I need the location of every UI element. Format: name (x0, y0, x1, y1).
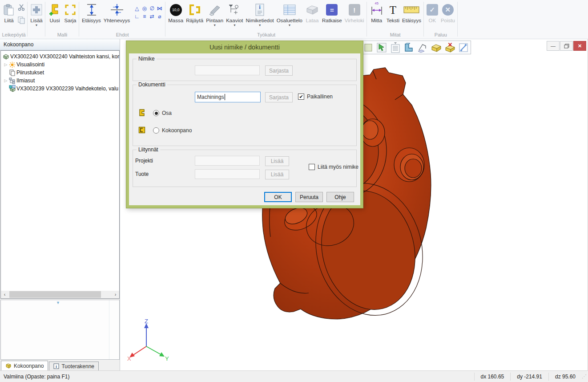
error-log-icon: ! (349, 2, 360, 18)
group-label: Leikepöytä (1, 32, 26, 39)
dokumentti-sarjasta-button: Sarjasta (265, 92, 293, 102)
group-label: Malli (47, 32, 78, 39)
tree-item-ilmiasut[interactable]: ▷ Ilmiasut (1, 77, 119, 85)
chevron-down-icon: ▼ (258, 24, 262, 27)
measure-distance-button[interactable]: Etäisyys (401, 0, 423, 24)
tuote-input[interactable] (195, 169, 260, 179)
restore-button[interactable] (560, 41, 573, 51)
svg-text:i: i (259, 4, 261, 10)
tangent-constraint-icon[interactable]: ∅ (148, 4, 156, 12)
button-label: Yhtenevyys (104, 18, 130, 24)
button-label: Lisää (30, 18, 43, 24)
surface-icon[interactable] (417, 42, 428, 53)
box-tool-icon[interactable] (431, 42, 442, 53)
part-model-icon[interactable] (403, 42, 415, 53)
expand-view-icon[interactable] (458, 42, 470, 53)
parallel-constraint-icon[interactable]: ⇄ (148, 12, 156, 20)
group-label: Työkalut (167, 32, 365, 39)
liita-myos-checkbox[interactable] (309, 164, 315, 170)
peruuta-button[interactable]: Peruuta (295, 192, 323, 202)
concentric-constraint-icon[interactable]: ◎ (141, 4, 148, 12)
projekti-input[interactable] (195, 156, 260, 166)
projekti-label: Projekti (135, 158, 153, 164)
schematics-button[interactable]: Kaaviot ▼ (225, 0, 244, 27)
drawings-icon (9, 69, 16, 76)
series-button[interactable]: Sarja (63, 0, 78, 24)
notes-list-icon[interactable] (390, 42, 401, 53)
group-label (29, 32, 44, 39)
select-in-box-icon[interactable] (376, 42, 388, 53)
smooth-constraint-icon[interactable]: ⌀ (156, 12, 163, 20)
scrollbar-thumb[interactable] (9, 291, 101, 298)
dy-readout: dy -214.91 (510, 373, 548, 381)
cut-button[interactable] (17, 4, 25, 12)
chevron-down-icon: ▼ (213, 24, 216, 27)
text-button[interactable]: T Teksti (385, 0, 401, 24)
ribbon: Liitä Leikepöytä Lisää ▼ (0, 0, 588, 39)
explode-button[interactable]: Räjäytä (185, 0, 205, 24)
to-surface-button[interactable]: Pintaan ▼ (205, 0, 225, 27)
copy-button[interactable] (17, 16, 25, 25)
symmetry-constraint-icon[interactable]: ⋈ (156, 4, 163, 12)
new-button[interactable]: Uusi (47, 0, 63, 24)
splitter-collapse-icon[interactable]: ▼ (56, 301, 60, 305)
close-button[interactable]: ✕ (573, 41, 586, 51)
info-tab-icon: i (53, 363, 59, 369)
distance-constraint-button[interactable]: Etäisyys (81, 0, 102, 24)
instances-icon (9, 77, 16, 84)
explode-icon (188, 2, 201, 18)
perpendicular-constraint-icon[interactable]: ∟ (133, 12, 141, 20)
add-icon (30, 2, 43, 18)
assembly-tab-icon (5, 363, 12, 369)
resize-grip[interactable]: ⋰ (582, 374, 588, 379)
minimize-button[interactable]: — (547, 41, 560, 51)
tab-kokoonpano[interactable]: Kokoonpano (1, 361, 48, 370)
chevron-down-icon: ▼ (35, 24, 38, 27)
dialog-title[interactable]: Uusi nimike / dokumentti (126, 41, 363, 53)
visualization-icon (9, 61, 16, 68)
viewport-toolbar: ✕ (361, 41, 471, 54)
tree-horizontal-scrollbar[interactable]: ‹ › (1, 291, 119, 298)
kokoonpano-radio[interactable] (153, 127, 159, 134)
tuote-lisaa-button: Lisää (265, 170, 289, 179)
button-label: Pintaan (206, 18, 223, 24)
hidden-tool-icon[interactable] (362, 42, 374, 53)
tree-item-root[interactable]: VX3002240 VX3002240 Vaihteiston kansi, k… (1, 53, 119, 61)
liita-myos-row: Liitä myös nimike (309, 164, 358, 170)
parts-list-button[interactable]: Osaluettelo ▼ (275, 0, 304, 27)
schematics-icon (228, 2, 241, 18)
coincidence-button[interactable]: Yhtenevyys (102, 0, 131, 24)
expander-icon[interactable]: ▷ (3, 78, 9, 83)
paikallinen-checkbox[interactable]: ✔ (298, 93, 304, 100)
secondary-panel: ▼ (0, 300, 120, 360)
button-label: Ratkaise (322, 18, 342, 24)
angle-constraint-icon[interactable]: △ (133, 4, 141, 12)
osa-radio[interactable] (153, 110, 159, 116)
tree-item-vaihdekotelo[interactable]: i VX3002239 VX3002239 Vaihdekotelo, valu… (1, 85, 119, 93)
ohje-button[interactable]: Ohje (326, 192, 354, 202)
nimike-input[interactable] (195, 65, 260, 75)
dimension-button[interactable]: 45 Mitta (368, 0, 385, 24)
dokumentti-input[interactable]: Machinings (195, 92, 261, 102)
assembly-tree: VX3002240 VX3002240 Vaihteiston kansi, k… (0, 50, 120, 299)
tree-item-piirustukset[interactable]: Piirustukset (1, 69, 119, 77)
paste-button[interactable]: Liitä (1, 0, 16, 24)
svg-text:✕: ✕ (447, 42, 452, 48)
mass-button[interactable]: 10,0 Massa (167, 0, 185, 24)
tuote-label: Tuote (135, 171, 149, 177)
solve-icon: = (326, 2, 338, 18)
tree-item-visualisointi[interactable]: ▷ Visualisointi (1, 61, 119, 69)
restore-icon (564, 44, 569, 49)
equal-constraint-icon[interactable]: ≡ (141, 12, 148, 20)
scroll-right-arrow[interactable]: › (112, 291, 119, 298)
add-button[interactable]: Lisää ▼ (29, 0, 44, 27)
item-info-button[interactable]: i Nimiketiedot ▼ (245, 0, 275, 27)
expander-icon[interactable]: ▷ (3, 62, 9, 67)
box-delete-icon[interactable]: ✕ (444, 42, 456, 53)
paikallinen-row: ✔ Paikallinen (298, 93, 333, 100)
ok-button[interactable]: OK (264, 192, 292, 202)
solve-button[interactable]: = Ratkaise (321, 0, 343, 24)
scroll-left-arrow[interactable]: ‹ (1, 291, 8, 298)
button-label: Kaaviot (226, 18, 243, 24)
tab-tuoterakenne[interactable]: i Tuoterakenne (49, 362, 99, 370)
